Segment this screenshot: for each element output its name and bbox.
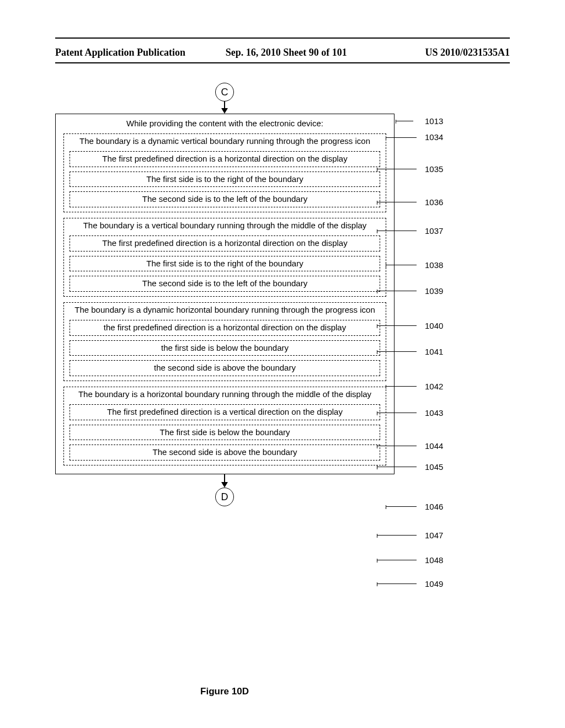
optional-substep: the first predefined direction is a hori… bbox=[70, 320, 380, 336]
reference-label: 1041 bbox=[425, 347, 443, 356]
arrow-down-icon bbox=[0, 101, 452, 114]
optional-substep: The first side is below the boundary bbox=[70, 425, 380, 441]
optional-substep: The first side is to the right of the bo… bbox=[70, 172, 380, 188]
optional-step-text: The boundary is a dynamic vertical bound… bbox=[70, 136, 380, 147]
reference-label: 1044 bbox=[425, 441, 443, 451]
optional-step-group: The boundary is a horizontal boundary ru… bbox=[63, 387, 386, 465]
optional-step-text: The boundary is a dynamic horizontal bou… bbox=[70, 305, 380, 315]
off-page-connector-c: C bbox=[215, 83, 234, 101]
reference-label: 1035 bbox=[425, 164, 443, 174]
arrow-down-icon bbox=[0, 474, 452, 488]
off-page-connector-d: D bbox=[215, 488, 234, 506]
optional-step-text: The boundary is a vertical boundary runn… bbox=[70, 221, 380, 231]
reference-label: 1040 bbox=[425, 321, 443, 330]
optional-substep: The first side is to the right of the bo… bbox=[70, 256, 380, 272]
optional-substep: The first predefined direction is a vert… bbox=[70, 404, 380, 420]
header-left: Patent Application Publication bbox=[55, 47, 212, 58]
connector-top-area: C bbox=[55, 83, 510, 114]
reference-label: 1013 bbox=[425, 116, 443, 126]
reference-label: 1037 bbox=[425, 226, 443, 235]
main-flow-step: While providing the content with the ele… bbox=[55, 114, 395, 474]
optional-substep: The second side is to the left of the bo… bbox=[70, 276, 380, 292]
reference-label: 1046 bbox=[425, 502, 443, 511]
reference-label: 1036 bbox=[425, 197, 443, 207]
optional-step-group: The boundary is a dynamic vertical bound… bbox=[63, 133, 386, 212]
optional-substep: The first predefined direction is a hori… bbox=[70, 235, 380, 251]
reference-label: 1049 bbox=[425, 579, 443, 588]
reference-label: 1045 bbox=[425, 462, 443, 472]
reference-label: 1048 bbox=[425, 555, 443, 565]
header-right: US 2010/0231535A1 bbox=[361, 47, 510, 58]
optional-step-group: The boundary is a dynamic horizontal bou… bbox=[63, 302, 386, 381]
figure-caption: Figure 10D bbox=[0, 686, 565, 697]
reference-label: 1039 bbox=[425, 286, 443, 296]
reference-label: 1043 bbox=[425, 408, 443, 417]
reference-label: 1038 bbox=[425, 260, 443, 270]
optional-step-text: The boundary is a horizontal boundary ru… bbox=[70, 389, 380, 400]
optional-step-group: The boundary is a vertical boundary runn… bbox=[63, 218, 386, 297]
optional-substep: The second side is above the boundary bbox=[70, 445, 380, 461]
main-step-title: While providing the content with the ele… bbox=[63, 119, 386, 128]
optional-substep: the second side is above the boundary bbox=[70, 360, 380, 376]
reference-label: 1042 bbox=[425, 382, 443, 391]
reference-label: 1047 bbox=[425, 531, 443, 540]
optional-substep: the first side is below the boundary bbox=[70, 340, 380, 356]
page-header: Patent Application Publication Sep. 16, … bbox=[55, 47, 510, 58]
reference-label: 1034 bbox=[425, 132, 443, 142]
optional-substep: The second side is to the left of the bo… bbox=[70, 191, 380, 207]
header-center: Sep. 16, 2010 Sheet 90 of 101 bbox=[212, 47, 361, 58]
optional-substep: The first predefined direction is a hori… bbox=[70, 151, 380, 167]
